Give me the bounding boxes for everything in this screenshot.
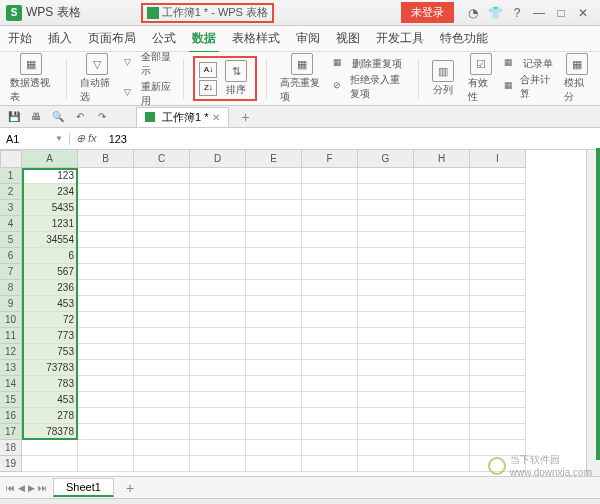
cell[interactable]: [78, 184, 134, 200]
cell[interactable]: [302, 216, 358, 232]
highlight-dup-button[interactable]: ▦ 高亮重复项: [276, 53, 327, 104]
tab-first-icon[interactable]: ⏮: [6, 483, 15, 493]
cell[interactable]: [134, 264, 190, 280]
cell[interactable]: [302, 424, 358, 440]
reject-dup-button[interactable]: ⊘拒绝录入重复项: [333, 73, 409, 101]
cell[interactable]: [190, 328, 246, 344]
select-all-corner[interactable]: [0, 150, 22, 168]
cell[interactable]: [246, 200, 302, 216]
shirt-icon[interactable]: 👕: [484, 3, 506, 23]
cell[interactable]: [78, 248, 134, 264]
cell[interactable]: [246, 360, 302, 376]
cell[interactable]: [302, 328, 358, 344]
showall-button[interactable]: ▽全部显示: [124, 50, 175, 78]
cell[interactable]: [302, 232, 358, 248]
cell[interactable]: [470, 264, 526, 280]
cell[interactable]: [414, 424, 470, 440]
formula-input[interactable]: 123: [103, 133, 600, 145]
sort-asc-button[interactable]: A↓: [199, 62, 217, 78]
cell[interactable]: [414, 360, 470, 376]
cell[interactable]: [358, 376, 414, 392]
cell[interactable]: [414, 200, 470, 216]
help-icon[interactable]: ?: [506, 3, 528, 23]
whatif-button[interactable]: ▦ 模拟分: [560, 53, 594, 104]
cell[interactable]: [358, 328, 414, 344]
cell[interactable]: [358, 344, 414, 360]
cell[interactable]: [358, 232, 414, 248]
cell[interactable]: [190, 184, 246, 200]
row-header-3[interactable]: 3: [0, 200, 22, 216]
cell[interactable]: [190, 216, 246, 232]
cell[interactable]: [190, 280, 246, 296]
undo-icon[interactable]: ↶: [72, 109, 88, 125]
remove-dup-button[interactable]: ▦删除重复项: [333, 57, 409, 71]
cell[interactable]: [78, 344, 134, 360]
cell[interactable]: [246, 408, 302, 424]
cell[interactable]: [358, 408, 414, 424]
cell[interactable]: [470, 376, 526, 392]
cell[interactable]: [134, 392, 190, 408]
row-header-1[interactable]: 1: [0, 168, 22, 184]
cell[interactable]: 783: [22, 376, 78, 392]
cell[interactable]: [134, 280, 190, 296]
cell[interactable]: [302, 360, 358, 376]
cell[interactable]: [246, 168, 302, 184]
cell[interactable]: [470, 360, 526, 376]
cell[interactable]: [246, 264, 302, 280]
cell[interactable]: [302, 312, 358, 328]
cell[interactable]: [134, 344, 190, 360]
cell[interactable]: [358, 392, 414, 408]
cell[interactable]: [78, 264, 134, 280]
col-header-C[interactable]: C: [134, 150, 190, 168]
cell[interactable]: 123: [22, 168, 78, 184]
skin-icon[interactable]: ◔: [462, 3, 484, 23]
cell[interactable]: [358, 440, 414, 456]
cell[interactable]: [470, 408, 526, 424]
cell[interactable]: [302, 200, 358, 216]
print-icon[interactable]: 🖶: [28, 109, 44, 125]
row-header-10[interactable]: 10: [0, 312, 22, 328]
cell[interactable]: [78, 360, 134, 376]
cell[interactable]: [246, 376, 302, 392]
cell[interactable]: [78, 200, 134, 216]
cell[interactable]: [190, 168, 246, 184]
cell[interactable]: [246, 296, 302, 312]
add-sheet-button[interactable]: +: [120, 480, 140, 496]
cell[interactable]: [414, 440, 470, 456]
reapply-button[interactable]: ▽重新应用: [124, 80, 175, 108]
row-header-18[interactable]: 18: [0, 440, 22, 456]
cell[interactable]: [134, 440, 190, 456]
cell[interactable]: [78, 328, 134, 344]
cell[interactable]: [414, 296, 470, 312]
row-header-9[interactable]: 9: [0, 296, 22, 312]
cell[interactable]: [134, 216, 190, 232]
cell[interactable]: [190, 424, 246, 440]
row-header-5[interactable]: 5: [0, 232, 22, 248]
cell[interactable]: [134, 248, 190, 264]
cell[interactable]: [414, 184, 470, 200]
pivot-button[interactable]: ▦ 数据透视表: [6, 53, 57, 104]
cell[interactable]: [358, 248, 414, 264]
tab-prev-icon[interactable]: ◀: [18, 483, 25, 493]
cell[interactable]: [190, 264, 246, 280]
sort-desc-button[interactable]: Z↓: [199, 80, 217, 96]
cell[interactable]: [302, 408, 358, 424]
row-header-13[interactable]: 13: [0, 360, 22, 376]
cell[interactable]: 453: [22, 392, 78, 408]
cell[interactable]: [302, 168, 358, 184]
name-box[interactable]: A1 ▼: [0, 133, 70, 145]
col-header-B[interactable]: B: [78, 150, 134, 168]
cell[interactable]: [22, 440, 78, 456]
cell[interactable]: [190, 440, 246, 456]
cell[interactable]: [470, 184, 526, 200]
cell[interactable]: 234: [22, 184, 78, 200]
cell[interactable]: [190, 392, 246, 408]
col-header-E[interactable]: E: [246, 150, 302, 168]
tab-next-icon[interactable]: ▶: [28, 483, 35, 493]
doc-tab[interactable]: 工作簿1 * ✕: [136, 107, 229, 127]
cell[interactable]: [246, 216, 302, 232]
menu-tablestyle[interactable]: 表格样式: [232, 30, 280, 47]
cell[interactable]: [414, 408, 470, 424]
col-header-H[interactable]: H: [414, 150, 470, 168]
menu-special[interactable]: 特色功能: [440, 30, 488, 47]
